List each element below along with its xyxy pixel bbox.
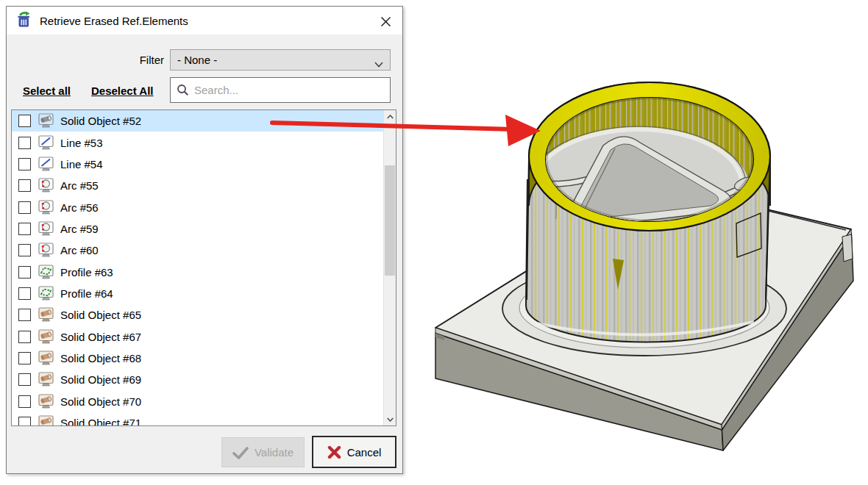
filter-value: - None - bbox=[177, 54, 217, 66]
item-checkbox[interactable] bbox=[18, 373, 31, 386]
item-label: Solid Object #69 bbox=[60, 373, 141, 386]
item-checkbox[interactable] bbox=[18, 201, 31, 214]
list-item[interactable]: Solid Object #69 bbox=[12, 369, 391, 390]
item-label: Line #54 bbox=[60, 158, 103, 170]
list-item[interactable]: Profile #64 bbox=[12, 283, 391, 304]
profile-icon bbox=[38, 265, 54, 280]
profile-icon bbox=[38, 286, 54, 301]
scrollbar-thumb[interactable] bbox=[385, 165, 395, 276]
list-item[interactable]: Solid Object #65 bbox=[12, 304, 391, 326]
chevron-down-icon bbox=[374, 57, 383, 70]
item-checkbox[interactable] bbox=[18, 395, 31, 408]
red-x-icon bbox=[327, 445, 341, 459]
item-label: Solid Object #67 bbox=[60, 331, 141, 343]
solid-tan-icon bbox=[38, 415, 54, 426]
item-icon bbox=[38, 329, 54, 345]
search-input[interactable] bbox=[193, 79, 388, 101]
line-icon bbox=[38, 135, 54, 151]
solid-gray-icon bbox=[38, 113, 54, 129]
ref-elements-list[interactable]: Solid Object #52 Line #53 Line #54 bbox=[11, 109, 396, 426]
validate-label: Validate bbox=[255, 446, 294, 459]
solid-tan-icon bbox=[38, 394, 54, 409]
item-icon bbox=[38, 200, 54, 215]
filter-dropdown[interactable]: - None - bbox=[170, 49, 391, 71]
restore-deleted-icon bbox=[15, 11, 34, 30]
item-label: Solid Object #71 bbox=[60, 417, 141, 426]
item-checkbox[interactable] bbox=[18, 179, 31, 192]
arc-icon bbox=[38, 221, 54, 237]
item-icon bbox=[38, 415, 54, 426]
title-bar[interactable]: Retrieve Erased Ref.Elements bbox=[7, 7, 402, 35]
select-all-link[interactable]: Select all bbox=[23, 85, 71, 97]
item-label: Arc #60 bbox=[60, 244, 99, 256]
solid-tan-icon bbox=[38, 329, 54, 345]
item-icon bbox=[38, 113, 54, 129]
checkmark-icon bbox=[232, 446, 249, 459]
item-checkbox[interactable] bbox=[18, 137, 31, 149]
item-icon bbox=[38, 242, 54, 258]
deselect-all-link[interactable]: Deselect All bbox=[91, 85, 154, 97]
solid-tan-icon bbox=[38, 351, 54, 366]
item-icon bbox=[38, 286, 54, 301]
item-checkbox[interactable] bbox=[18, 266, 31, 279]
item-label: Profile #64 bbox=[60, 287, 113, 300]
list-item[interactable]: Solid Object #68 bbox=[12, 348, 391, 369]
cancel-button[interactable]: Cancel bbox=[312, 436, 396, 468]
item-label: Solid Object #68 bbox=[60, 352, 141, 364]
cancel-label: Cancel bbox=[347, 446, 382, 459]
item-label: Solid Object #52 bbox=[60, 115, 141, 127]
item-icon bbox=[38, 372, 54, 387]
scroll-down-icon[interactable] bbox=[384, 413, 396, 425]
solid-tan-icon bbox=[38, 307, 54, 323]
item-label: Profile #63 bbox=[60, 266, 113, 279]
list-item[interactable]: Solid Object #71 bbox=[12, 412, 391, 426]
list-item[interactable]: Line #53 bbox=[12, 132, 391, 153]
list-item[interactable]: Arc #60 bbox=[12, 240, 391, 261]
item-icon bbox=[38, 394, 54, 409]
scrollbar[interactable] bbox=[383, 110, 396, 425]
window-title: Retrieve Erased Ref.Elements bbox=[40, 15, 188, 27]
list-item[interactable]: Profile #63 bbox=[12, 261, 391, 282]
arc-icon bbox=[38, 200, 54, 215]
list-rows: Solid Object #52 Line #53 Line #54 bbox=[12, 110, 383, 426]
item-checkbox[interactable] bbox=[18, 331, 31, 343]
solid-tan-icon bbox=[38, 372, 54, 387]
item-checkbox[interactable] bbox=[18, 223, 31, 235]
close-icon[interactable] bbox=[378, 14, 393, 29]
item-label: Arc #59 bbox=[60, 223, 99, 235]
list-item[interactable]: Arc #55 bbox=[12, 175, 391, 196]
item-checkbox[interactable] bbox=[18, 244, 31, 256]
item-icon bbox=[38, 265, 54, 280]
item-label: Arc #56 bbox=[60, 201, 99, 214]
item-checkbox[interactable] bbox=[18, 309, 31, 321]
screen: Retrieve Erased Ref.Elements Filter - No… bbox=[0, 0, 868, 485]
item-checkbox[interactable] bbox=[18, 287, 31, 300]
item-checkbox[interactable] bbox=[18, 417, 31, 426]
item-icon bbox=[38, 135, 54, 151]
filter-label: Filter bbox=[80, 49, 164, 71]
list-item[interactable]: Solid Object #67 bbox=[12, 326, 391, 347]
item-icon bbox=[38, 178, 54, 193]
list-item[interactable]: Solid Object #70 bbox=[12, 390, 391, 412]
magnifier-icon bbox=[177, 84, 189, 96]
item-label: Line #53 bbox=[60, 137, 103, 149]
item-checkbox[interactable] bbox=[18, 115, 31, 127]
list-item[interactable]: Arc #56 bbox=[12, 196, 391, 218]
list-item[interactable]: Line #54 bbox=[12, 154, 391, 175]
item-label: Solid Object #65 bbox=[60, 309, 141, 321]
item-icon bbox=[38, 351, 54, 366]
item-icon bbox=[38, 221, 54, 237]
item-label: Arc #55 bbox=[60, 179, 99, 192]
arc-icon bbox=[38, 242, 54, 258]
item-icon bbox=[38, 157, 54, 172]
3d-viewport[interactable] bbox=[408, 0, 868, 485]
list-item[interactable]: Arc #59 bbox=[12, 218, 391, 240]
item-icon bbox=[38, 307, 54, 323]
item-checkbox[interactable] bbox=[18, 352, 31, 364]
search-box[interactable] bbox=[170, 77, 391, 103]
item-checkbox[interactable] bbox=[18, 158, 31, 170]
list-item[interactable]: Solid Object #52 bbox=[12, 110, 391, 132]
validate-button[interactable]: Validate bbox=[221, 437, 305, 467]
scroll-up-icon[interactable] bbox=[384, 110, 396, 123]
item-label: Solid Object #70 bbox=[60, 395, 141, 408]
